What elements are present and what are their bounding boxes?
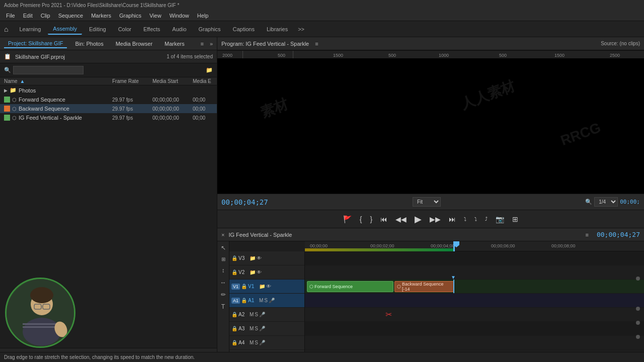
track-label-a4: 🔒 A4 M S 🎤 (229, 336, 304, 350)
folder-btn-v1[interactable]: 📁 (259, 284, 265, 289)
search-input[interactable] (13, 66, 84, 74)
menu-markers[interactable]: Markers (87, 13, 115, 19)
s-btn-a1[interactable]: S (264, 298, 268, 303)
list-item-backward-sequence[interactable]: ⬡ Backward Sequence 29.97 fps 00;00;00;0… (0, 104, 217, 113)
file-fps-backward: 29.97 fps (112, 106, 152, 112)
clip-backward-sequence[interactable]: ⬡ Backward Sequence [-14 (394, 281, 454, 292)
quality-select[interactable]: 1/4 1/2 Full (594, 197, 618, 207)
menu-window[interactable]: Window (166, 13, 193, 19)
program-timecode[interactable]: 00;00;04;27 (221, 198, 268, 206)
markers-tab[interactable]: Markers (160, 40, 189, 48)
track-labels: 🔒 V3 📁 👁 🔒 V2 📁 👁 (229, 251, 305, 356)
workspace-learning[interactable]: Learning (14, 24, 46, 34)
marker-button[interactable]: 🚩 (341, 214, 354, 224)
lock-icon-a3[interactable]: 🔒 (231, 326, 237, 331)
folder-btn-v2[interactable]: 📁 (250, 269, 256, 275)
go-to-in-button[interactable]: ⏮ (378, 214, 389, 224)
timeline-close-icon[interactable]: × (221, 232, 224, 238)
fit-select[interactable]: Fit 25% 50% 100% (413, 197, 441, 207)
in-point-button[interactable]: { (358, 214, 364, 224)
a1-label: A1 (248, 298, 258, 303)
step-back-button[interactable]: ◀◀ (393, 214, 409, 224)
v1-sync-button[interactable]: V1 (231, 284, 240, 290)
selected-info: 1 of 4 items selected (167, 54, 213, 59)
status-bar: Drag edge to rate stretch the selection,… (0, 352, 644, 362)
folder-btn-v3[interactable]: 📁 (250, 255, 256, 261)
ruler-tick-3: 1500 (333, 53, 343, 58)
m-btn-a1[interactable]: M (259, 298, 263, 303)
menu-view[interactable]: View (145, 13, 166, 19)
ruler-tick-5: 1000 (439, 53, 449, 58)
list-item-folder-photos[interactable]: ▶ 📁 Photos (0, 85, 217, 95)
settings-button[interactable]: ⊞ (510, 214, 520, 224)
v3-label: V3 (238, 255, 249, 261)
insert-button[interactable]: ⤵ (462, 215, 468, 223)
m-btn-a3[interactable]: M (250, 326, 254, 331)
menu-sequence[interactable]: Sequence (54, 13, 88, 19)
menu-clip[interactable]: Clip (37, 13, 54, 19)
list-item-forward-sequence[interactable]: ⬡ Forward Sequence 29.97 fps 00;00;00;00… (0, 95, 217, 104)
workspace-assembly[interactable]: Assembly (48, 24, 82, 35)
overwrite-button[interactable]: ⤵ (472, 215, 479, 223)
home-icon[interactable]: ⌂ (4, 25, 8, 33)
timeline-tools: ↖ ⊞ ↕ ↔ ✏ T (217, 241, 229, 362)
track-select-tool[interactable]: ↕ (221, 266, 226, 275)
m-btn-a2[interactable]: M (250, 312, 254, 317)
lock-icon-v3[interactable]: 🔒 (231, 255, 237, 261)
timeline-menu-icon[interactable]: ≡ (585, 232, 588, 238)
pen-tool[interactable]: ✏ (220, 290, 227, 299)
project-tab[interactable]: Project: Skillshare GIF (4, 39, 67, 48)
list-item-ig-feed[interactable]: ⬡ IG Feed Vertical - Sparkle 29.97 fps 0… (0, 113, 217, 122)
workspace-editing[interactable]: Editing (84, 24, 111, 34)
razor-tool[interactable]: ⊞ (220, 255, 226, 263)
track-label-a1: A1 🔒 A1 M S 🎤 (229, 294, 304, 308)
media-browser-tab[interactable]: Media Browser (112, 40, 156, 48)
menu-graphics[interactable]: Graphics (115, 13, 145, 19)
menu-file[interactable]: File (2, 13, 19, 19)
s-btn-a4[interactable]: S (255, 340, 258, 345)
lock-icon-a2[interactable]: 🔒 (231, 312, 237, 317)
play-button[interactable]: ▶ (413, 213, 424, 226)
type-tool[interactable]: T (220, 302, 226, 311)
eye-icon-v3[interactable]: 👁 (257, 255, 262, 261)
menu-help[interactable]: Help (193, 13, 213, 19)
lock-icon-a1[interactable]: 🔒 (241, 298, 247, 303)
folder-icon[interactable]: 📁 (206, 67, 213, 73)
workspace-color[interactable]: Color (113, 24, 136, 34)
menu-edit[interactable]: Edit (19, 13, 37, 19)
workspace-audio[interactable]: Audio (167, 24, 191, 34)
lock-icon-a4[interactable]: 🔒 (231, 340, 237, 345)
sort-arrow-icon: ▲ (20, 78, 25, 84)
watermark-2: RRCG (558, 119, 603, 148)
export-button[interactable]: 📷 (494, 214, 506, 224)
ripple-tool[interactable]: ↔ (219, 278, 227, 287)
workspace-graphics[interactable]: Graphics (194, 24, 226, 34)
workspace-effects[interactable]: Effects (138, 24, 165, 34)
program-panel-menu[interactable]: ≡ (315, 41, 318, 47)
timeline-timecode[interactable]: 00;00;04;27 (597, 231, 640, 238)
lock-icon-v2[interactable]: 🔒 (231, 269, 237, 275)
go-to-out-button[interactable]: ⏭ (447, 214, 458, 224)
m-btn-a4[interactable]: M (250, 340, 254, 345)
workspace-captions[interactable]: Captions (228, 24, 260, 34)
panel-menu-icon[interactable]: ≡ (200, 41, 203, 47)
step-forward-button[interactable]: ▶▶ (428, 214, 443, 224)
a1-sync-button[interactable]: A1 (231, 298, 240, 304)
workspace-more[interactable]: >> (295, 24, 307, 34)
timeline-panel: × IG Feed Vertical - Sparkle ≡ 00;00;04;… (217, 228, 644, 362)
panel-expand-icon[interactable]: » (210, 41, 213, 47)
track-label-v1: V1 🔒 V1 📁 👁 (229, 280, 304, 294)
s-btn-a2[interactable]: S (255, 312, 258, 317)
lift-button[interactable]: ⤴ (483, 215, 490, 223)
workspace-libraries[interactable]: Libraries (262, 24, 293, 34)
selection-tool[interactable]: ↖ (220, 243, 227, 252)
lock-icon-v1[interactable]: 🔒 (241, 284, 247, 289)
out-point-button[interactable]: } (368, 214, 375, 224)
eye-icon-v1[interactable]: 👁 (266, 284, 271, 289)
ruler-tick-4: 500 (388, 53, 396, 58)
program-monitor-header: Program: IG Feed Vertical - Sparkle ≡ So… (217, 37, 644, 50)
s-btn-a3[interactable]: S (255, 326, 258, 331)
bin-photos-tab[interactable]: Bin: Photos (71, 40, 107, 48)
eye-icon-v2[interactable]: 👁 (257, 269, 262, 275)
clip-forward-sequence[interactable]: ⬡ Forward Sequence (307, 281, 393, 292)
